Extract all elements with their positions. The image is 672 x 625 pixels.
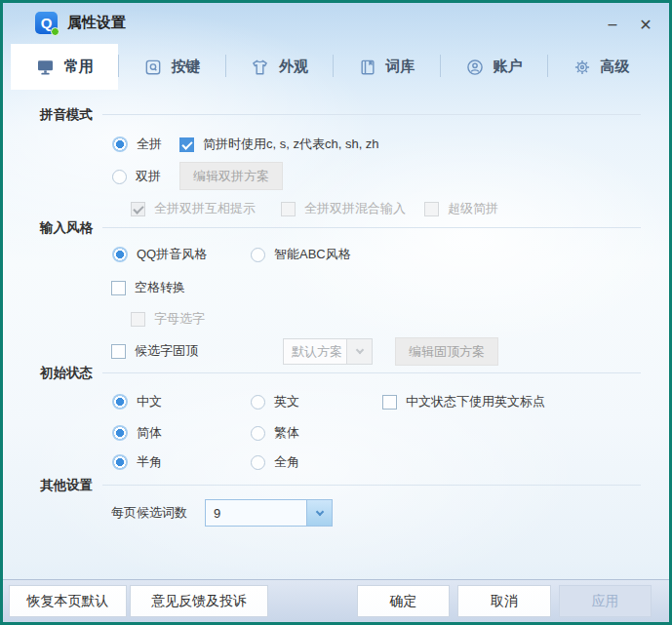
radio-dot <box>251 426 265 441</box>
checkbox-space-convert[interactable]: 空格转换 <box>111 279 185 296</box>
radio-label: 英文 <box>274 393 299 410</box>
section-divider <box>102 485 641 486</box>
radio-label: QQ拼音风格 <box>137 246 207 263</box>
gear-icon <box>573 58 592 77</box>
radio-label: 智能ABC风格 <box>274 246 351 263</box>
radio-label: 繁体 <box>274 424 299 442</box>
pin-scheme-select[interactable]: 默认方案 <box>283 338 373 365</box>
radio-half-width[interactable]: 半角 <box>112 453 162 471</box>
checkbox-box <box>111 281 126 295</box>
edit-pin-scheme-button[interactable]: 编辑固顶方案 <box>395 337 498 366</box>
radio-chinese[interactable]: 中文 <box>112 393 162 410</box>
tab-common[interactable]: 常用 <box>11 44 118 90</box>
tab-dictionary[interactable]: 词库 <box>333 44 440 90</box>
checkbox-label: 字母选字 <box>154 310 205 328</box>
select-value: 9 <box>206 500 306 526</box>
section-title-other-settings: 其他设置 <box>40 477 93 494</box>
section-divider <box>102 372 641 373</box>
ok-button[interactable]: 确定 <box>357 585 450 617</box>
checkbox-label: 简拼时使用c, s, z代表ch, sh, zh <box>203 136 379 153</box>
checkbox-label: 全拼双拼互相提示 <box>154 200 256 217</box>
checkbox-label: 超级简拼 <box>448 200 498 217</box>
checkbox-box <box>179 137 194 152</box>
checkbox-mixed-input[interactable]: 全拼双拼混合输入 <box>281 200 406 217</box>
tshirt-icon <box>250 58 270 77</box>
radio-abc-style[interactable]: 智能ABC风格 <box>251 246 351 263</box>
edit-shuangpin-scheme-button[interactable]: 编辑双拼方案 <box>179 162 283 190</box>
apply-button[interactable]: 应用 <box>559 585 652 617</box>
monitor-icon <box>35 58 56 77</box>
cancel-button[interactable]: 取消 <box>457 585 551 617</box>
window-title: 属性设置 <box>67 14 126 32</box>
tab-label: 外观 <box>279 58 308 76</box>
checkbox-box <box>424 202 439 216</box>
section-divider <box>102 114 641 115</box>
properties-dialog: Q 属性设置 – ✕ 常用 按键 外观 <box>0 0 672 625</box>
radio-dot <box>112 137 128 152</box>
restore-defaults-button[interactable]: 恢复本页默认 <box>9 585 127 617</box>
checkbox-label: 空格转换 <box>135 279 185 296</box>
checkbox-label: 候选字固顶 <box>135 342 198 360</box>
titlebar: Q 属性设置 <box>35 12 126 34</box>
minimize-button[interactable]: – <box>600 13 625 36</box>
checkbox-english-punct[interactable]: 中文状态下使用英文标点 <box>382 393 545 410</box>
candidates-per-page-label: 每页候选词数 <box>111 504 187 522</box>
radio-label: 双拼 <box>136 168 161 185</box>
radio-dot <box>251 248 265 262</box>
tab-label: 按键 <box>172 58 201 76</box>
chevron-down-icon <box>346 339 372 364</box>
radio-simplified[interactable]: 简体 <box>112 424 162 442</box>
checkbox-box <box>281 202 296 216</box>
radio-quanpin[interactable]: 全拼 <box>112 136 162 153</box>
account-icon <box>465 58 485 77</box>
tab-appearance[interactable]: 外观 <box>225 44 333 90</box>
radio-dot <box>112 170 127 184</box>
tab-label: 高级 <box>601 58 630 76</box>
key-icon <box>143 58 163 77</box>
checkbox-letter-select[interactable]: 字母选字 <box>131 310 205 328</box>
checkbox-super-jianpin[interactable]: 超级简拼 <box>424 200 498 217</box>
tab-keys[interactable]: 按键 <box>118 44 225 90</box>
tab-label: 账户 <box>494 58 523 76</box>
section-divider <box>102 227 641 228</box>
radio-label: 全拼 <box>137 136 162 153</box>
section-title-pinyin-mode: 拼音模式 <box>40 106 93 124</box>
radio-dot <box>251 455 265 470</box>
radio-dot <box>112 394 128 410</box>
radio-dot <box>112 454 128 470</box>
tab-label: 常用 <box>64 58 94 76</box>
radio-dot <box>251 395 265 410</box>
tab-label: 词库 <box>386 58 415 76</box>
checkbox-label: 中文状态下使用英文标点 <box>406 393 545 410</box>
radio-label: 全角 <box>274 453 299 471</box>
radio-label: 半角 <box>137 453 162 471</box>
footer-bar: 恢复本页默认 意见反馈及投诉 确定 取消 应用 <box>3 579 669 622</box>
checkbox-box <box>111 344 126 359</box>
tab-account[interactable]: 账户 <box>440 44 547 90</box>
checkbox-box <box>382 395 397 410</box>
radio-dot <box>112 425 128 441</box>
tab-bar: 常用 按键 外观 词库 <box>11 44 654 90</box>
book-icon <box>358 58 377 77</box>
feedback-button[interactable]: 意见反馈及投诉 <box>130 585 268 617</box>
section-title-input-style: 输入风格 <box>40 219 93 237</box>
checkbox-candidate-pin[interactable]: 候选字固顶 <box>111 342 198 360</box>
select-value: 默认方案 <box>284 339 346 364</box>
checkbox-box <box>131 312 145 327</box>
section-title-initial-state: 初始状态 <box>40 365 93 382</box>
checkbox-label: 全拼双拼混合输入 <box>304 200 406 217</box>
qq-pinyin-logo-icon: Q <box>35 12 58 34</box>
radio-shuangpin[interactable]: 双拼 <box>112 168 161 185</box>
tab-advanced[interactable]: 高级 <box>547 44 654 90</box>
radio-label: 中文 <box>137 393 162 410</box>
close-button[interactable]: ✕ <box>633 13 658 36</box>
checkbox-mutual-hint[interactable]: 全拼双拼互相提示 <box>131 200 256 217</box>
radio-label: 简体 <box>137 424 162 442</box>
candidates-per-page-select[interactable]: 9 <box>205 499 333 527</box>
radio-full-width[interactable]: 全角 <box>251 453 299 471</box>
radio-traditional[interactable]: 繁体 <box>251 424 299 442</box>
checkbox-jianpin-csz[interactable]: 简拼时使用c, s, z代表ch, sh, zh <box>179 136 379 153</box>
radio-english[interactable]: 英文 <box>251 393 299 410</box>
chevron-down-icon <box>306 500 332 526</box>
radio-qq-style[interactable]: QQ拼音风格 <box>112 246 207 263</box>
